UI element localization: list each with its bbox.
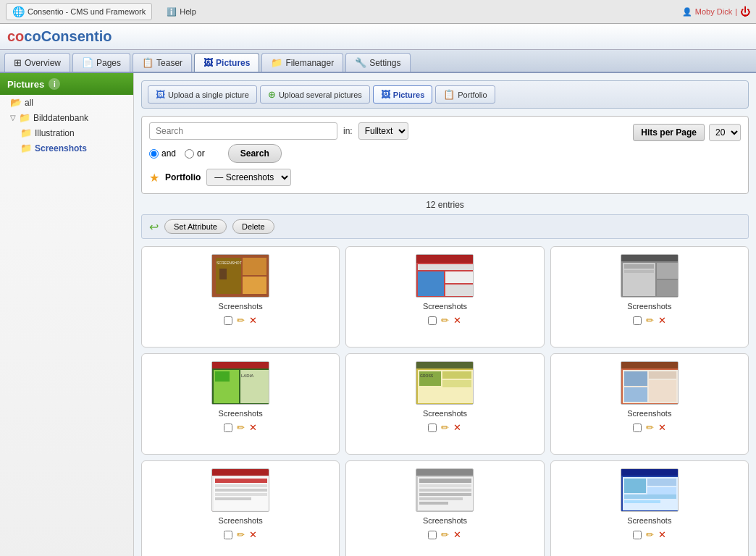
svg-rect-63 [624,500,660,503]
sidebar-item-bilddatenbank[interactable]: ▽ 📁 Bilddatenbank [0,110,133,125]
picture-checkbox-9[interactable] [633,531,642,539]
svg-rect-37 [649,380,676,402]
picture-card-7: Screenshots ✏ ✕ [141,460,340,556]
screenshots-folder-icon: 📁 [20,143,32,153]
sidebar-item-bilddatenbank-label: Bilddatenbank [33,113,88,123]
svg-rect-4 [219,269,227,279]
delete-icon-5[interactable]: ✕ [453,422,461,433]
hits-per-page-area: Hits per Page 20 [633,124,741,141]
search-button[interactable]: Search [228,144,282,163]
edit-icon-4[interactable]: ✏ [237,422,245,433]
bilddatenbank-folder-icon: 📁 [19,112,30,123]
nav-tab-pages[interactable]: 📄 Pages [72,53,130,72]
hits-per-page-label: Hits per Page [633,124,705,141]
and-radio[interactable] [149,149,159,159]
radio-row: and or Search [149,144,626,163]
browser-tab-help[interactable]: ℹ️ Help [167,7,196,17]
browser-tab-cms[interactable]: 🌐 Consentio - CMS und Framework [6,3,152,20]
edit-icon-3[interactable]: ✏ [646,315,654,326]
nav-tab-filemanager[interactable]: 📁 Filemanager [261,53,343,72]
search-input[interactable] [149,122,337,140]
hits-per-page-select[interactable]: 20 [709,124,741,141]
thumb-svg-7 [212,468,269,512]
delete-icon-1[interactable]: ✕ [249,315,257,326]
picture-label-5: Screenshots [423,409,467,418]
picture-checkbox-7[interactable] [224,531,232,539]
picture-label-7: Screenshots [219,516,263,525]
svg-rect-7 [416,254,473,263]
svg-rect-13 [621,254,678,261]
logo: co co Consentio [7,28,112,45]
picture-thumb-7 [211,468,269,512]
picture-checkbox-4[interactable] [224,424,232,432]
svg-rect-23 [215,371,230,382]
delete-icon-6[interactable]: ✕ [658,422,666,433]
upload-single-button[interactable]: 🖼 Upload a single picture [148,85,257,104]
pages-icon: 📄 [82,57,93,68]
edit-icon-5[interactable]: ✏ [441,422,449,433]
user-icon: 👤 [682,7,692,17]
delete-icon-3[interactable]: ✕ [658,315,666,326]
portfolio-select[interactable]: — Screenshots [206,169,291,186]
delete-icon-8[interactable]: ✕ [453,529,461,540]
picture-card-8: Screenshots ✏ ✕ [345,460,544,556]
info-badge[interactable]: i [49,78,60,90]
delete-icon-4[interactable]: ✕ [249,422,257,433]
svg-rect-8 [418,264,473,270]
upload-several-label: Upload several pictures [279,90,362,99]
logo-co-left: co [7,28,24,45]
picture-checkbox-6[interactable] [633,424,642,432]
picture-thumb-6 [621,361,679,405]
edit-icon-2[interactable]: ✏ [441,315,449,326]
svg-rect-26 [416,361,473,368]
nav-tab-overview[interactable]: ⊞ Overview [4,53,70,72]
picture-checkbox-5[interactable] [428,424,437,432]
upload-several-button[interactable]: ⊕ Upload several pictures [260,85,370,104]
or-radio[interactable] [185,149,194,159]
delete-icon-2[interactable]: ✕ [453,315,461,326]
picture-card-4: LADIA Screenshots ✏ ✕ [141,353,340,455]
edit-icon-7[interactable]: ✏ [237,529,245,540]
picture-checkbox-1[interactable] [224,316,232,325]
delete-icon-7[interactable]: ✕ [249,529,257,540]
edit-icon-1[interactable]: ✏ [237,315,245,326]
action-bar: ↩ Set Attribute Delete [141,214,749,239]
sidebar-item-screenshots[interactable]: 📁 Screenshots [0,140,133,156]
picture-checkbox-2[interactable] [428,316,437,325]
edit-icon-8[interactable]: ✏ [441,529,449,540]
fulltext-select[interactable]: Fulltext [358,122,408,140]
thumb-svg-8 [416,468,473,512]
filemanager-icon: 📁 [271,57,282,68]
portfolio-tab-button[interactable]: 📋 Portfolio [435,85,495,104]
picture-checkbox-8[interactable] [428,531,437,539]
svg-rect-46 [215,497,251,500]
pictures-tab-button[interactable]: 🖼 Pictures [373,85,432,104]
sub-toolbar: 🖼 Upload a single picture ⊕ Upload sever… [141,80,749,109]
sidebar-item-all[interactable]: 📂 all [0,95,133,110]
picture-actions-3: ✏ ✕ [633,315,666,326]
nav-tab-teaser[interactable]: 📋 Teaser [133,53,192,72]
upload-several-icon: ⊕ [268,89,276,100]
sidebar-item-illustration[interactable]: 📁 Illustration [0,125,133,140]
svg-rect-54 [419,497,463,500]
picture-checkbox-3[interactable] [633,316,642,325]
edit-icon-9[interactable]: ✏ [646,529,654,540]
svg-rect-15 [657,263,678,279]
delete-icon-9[interactable]: ✕ [658,529,666,540]
nav-tab-filemanager-label: Filemanager [285,58,334,68]
and-radio-label[interactable]: and [149,148,176,159]
search-left: in: Fulltext and or [149,122,626,163]
delete-button[interactable]: Delete [232,219,274,234]
or-radio-label[interactable]: or [185,148,205,159]
nav-tab-pictures[interactable]: 🖼 Pictures [194,53,259,72]
edit-icon-6[interactable]: ✏ [646,422,654,433]
set-attribute-button[interactable]: Set Attribute [164,219,227,234]
picture-label-1: Screenshots [219,302,263,311]
collapse-icon[interactable]: ▽ [10,114,16,122]
star-icon: ★ [149,171,159,185]
picture-card-6: Screenshots ✏ ✕ [550,353,749,455]
nav-tab-settings[interactable]: 🔧 Settings [345,53,410,72]
globe-icon: 🌐 [12,6,25,17]
logout-icon[interactable]: ⏻ [740,6,750,17]
picture-thumb-8 [416,468,474,512]
